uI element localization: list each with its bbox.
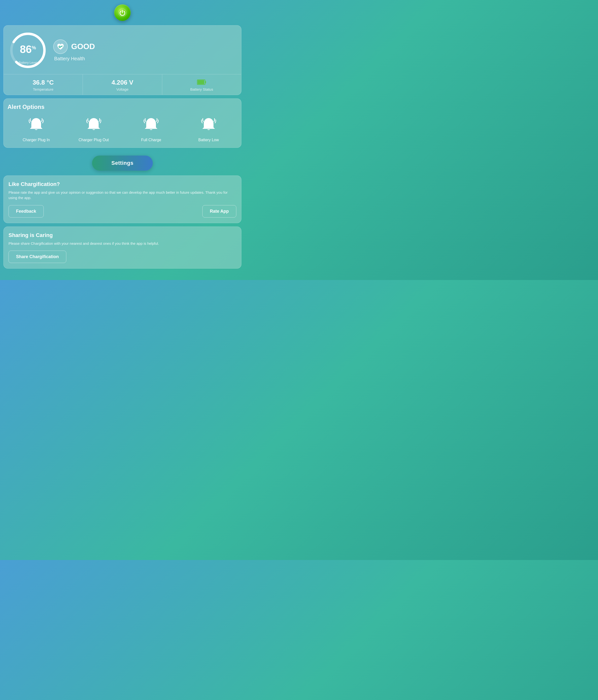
alert-charger-plug-out-label: Charger Plug Out	[78, 138, 109, 143]
feedback-buttons-row: Feedback Rate App	[8, 205, 236, 218]
alert-charger-plug-in[interactable]: Charger Plug In	[11, 115, 61, 143]
share-buttons-row: Share Chargification	[8, 251, 236, 263]
battery-main-card: 86% Battery Level GOOD Battery Health	[3, 25, 241, 95]
alert-battery-low[interactable]: Battery Low	[183, 115, 234, 143]
health-label: Battery Health	[53, 56, 95, 61]
bell-battery-low-icon	[199, 115, 218, 135]
alert-charger-plug-in-label: Charger Plug In	[23, 138, 50, 143]
temperature-value: 36.8 °C	[32, 79, 54, 86]
share-card: Sharing is Caring Please share Chargific…	[3, 227, 241, 269]
svg-rect-5	[198, 80, 204, 84]
bell-charger-plug-out-icon	[84, 115, 103, 135]
battery-status-cell: Battery Status	[162, 74, 241, 95]
temperature-label: Temperature	[33, 87, 53, 92]
temperature-cell: 36.8 °C Temperature	[4, 74, 83, 95]
battery-stats-row: 36.8 °C Temperature 4.206 V Voltage Batt…	[4, 74, 241, 95]
health-icon	[53, 40, 68, 54]
voltage-value: 4.206 V	[111, 79, 133, 86]
battery-level-label: Battery Level	[19, 61, 37, 65]
battery-status-icon	[197, 79, 206, 85]
alert-charger-plug-out[interactable]: Charger Plug Out	[69, 115, 119, 143]
voltage-cell: 4.206 V Voltage	[83, 74, 162, 95]
rate-app-button[interactable]: Rate App	[202, 205, 236, 218]
bell-full-charge-icon	[141, 115, 161, 135]
voltage-label: Voltage	[116, 87, 129, 92]
battery-percent: 86%	[20, 44, 36, 55]
feedback-card: Like Chargification? Please rate the app…	[3, 175, 241, 223]
share-button[interactable]: Share Chargification	[8, 251, 66, 263]
battery-status-label: Battery Status	[190, 87, 213, 92]
share-description: Please share Chargification with your ne…	[8, 241, 236, 247]
alert-title: Alert Options	[7, 103, 237, 110]
feedback-description: Please rate the app and give us your opi…	[8, 190, 236, 201]
bell-charger-plug-in-icon	[26, 115, 46, 135]
alert-icons-row: Charger Plug In Charger Plug Out	[7, 115, 237, 143]
battery-health-section: GOOD Battery Health	[53, 40, 95, 61]
svg-rect-4	[205, 81, 206, 83]
alert-battery-low-label: Battery Low	[199, 138, 219, 143]
feedback-title: Like Chargification?	[8, 181, 236, 188]
alert-full-charge-label: Full Charge	[141, 138, 161, 143]
alert-full-charge[interactable]: Full Charge	[126, 115, 176, 143]
alert-options-card: Alert Options Charger Plug In	[3, 98, 241, 148]
battery-top-section: 86% Battery Level GOOD Battery Health	[4, 26, 241, 74]
power-icon	[114, 4, 131, 21]
app-header	[0, 0, 245, 23]
battery-level-gauge: 86% Battery Level	[8, 31, 47, 70]
share-title: Sharing is Caring	[8, 232, 236, 239]
settings-btn-area: Settings	[0, 151, 245, 175]
settings-button[interactable]: Settings	[92, 155, 153, 171]
feedback-button[interactable]: Feedback	[8, 205, 44, 218]
health-status: GOOD	[71, 42, 95, 51]
